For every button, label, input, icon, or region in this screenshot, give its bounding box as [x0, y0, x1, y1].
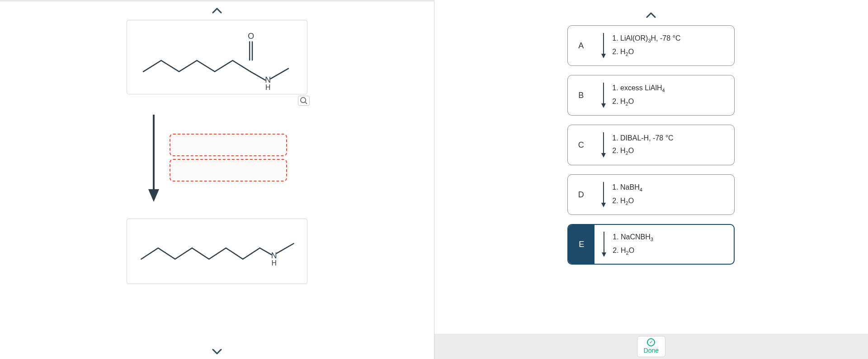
answer-option-D[interactable]: D1. NaBH42. H2O: [567, 174, 735, 215]
done-button[interactable]: ✓ Done: [637, 336, 665, 357]
down-arrow-icon: [601, 231, 607, 258]
option-letter: B: [568, 75, 594, 115]
svg-point-4: [301, 98, 306, 103]
reagent-line-1: 1. LiAl(OR)3H, -78 °C: [612, 34, 680, 43]
product-card: N H: [127, 219, 307, 284]
svg-marker-12: [601, 103, 606, 108]
reagent-text: 1. DIBAL-H, -78 °C2. H2O: [612, 134, 673, 156]
svg-line-5: [305, 102, 307, 104]
check-circle-icon: ✓: [647, 338, 655, 346]
reagent-text: 1. LiAl(OR)3H, -78 °C2. H2O: [612, 34, 680, 57]
reagent-line-1: 1. excess LiAlH4: [612, 84, 665, 93]
svg-marker-16: [601, 203, 606, 207]
atom-label-H-product: H: [271, 259, 276, 267]
reagent-text: 1. NaCNBH32. H2O: [613, 233, 653, 256]
option-content: 1. excess LiAlH42. H2O: [594, 75, 734, 115]
option-content: 1. LiAl(OR)3H, -78 °C2. H2O: [594, 26, 734, 65]
reagent-line-2: 2. H2O: [612, 197, 642, 206]
reagent-line-1: 1. NaBH4: [612, 183, 642, 192]
svg-line-8: [277, 243, 293, 253]
svg-marker-10: [601, 54, 606, 58]
scroll-down-icon[interactable]: [212, 346, 222, 357]
reagent-line-1: 1. DIBAL-H, -78 °C: [612, 134, 673, 142]
reagent-line-2: 2. H2O: [612, 98, 665, 107]
answer-option-B[interactable]: B1. excess LiAlH42. H2O: [567, 75, 735, 116]
atom-label-O: O: [248, 32, 254, 41]
reaction-arrow-icon: [147, 112, 160, 203]
reagent-line-1: 1. NaCNBH3: [613, 233, 653, 242]
option-letter: E: [568, 225, 594, 264]
svg-marker-14: [601, 153, 606, 158]
zoom-icon[interactable]: [298, 96, 310, 106]
reagent-dropzone-2[interactable]: [170, 159, 287, 182]
svg-marker-7: [148, 189, 159, 202]
reagent-dropzone-1[interactable]: [170, 134, 287, 156]
option-letter: A: [568, 26, 594, 65]
down-arrow-icon: [600, 32, 607, 59]
option-content: 1. NaBH42. H2O: [594, 175, 734, 214]
option-content: 1. DIBAL-H, -78 °C2. H2O: [594, 125, 734, 165]
answer-option-A[interactable]: A1. LiAl(OR)3H, -78 °C2. H2O: [567, 25, 735, 66]
down-arrow-icon: [600, 131, 607, 159]
answers-scroll-up-icon[interactable]: [646, 9, 656, 20]
reagent-line-2: 2. H2O: [612, 147, 673, 156]
starting-material-card: O N H: [127, 20, 307, 94]
atom-label-H: H: [265, 84, 270, 91]
reagent-text: 1. NaBH42. H2O: [612, 183, 642, 206]
answers-panel: A1. LiAl(OR)3H, -78 °C2. H2OB1. excess L…: [434, 0, 868, 359]
answer-option-C[interactable]: C1. DIBAL-H, -78 °C2. H2O: [567, 125, 735, 165]
svg-line-3: [270, 69, 288, 79]
down-arrow-icon: [600, 82, 607, 109]
scroll-up-icon[interactable]: [212, 5, 222, 15]
down-arrow-icon: [600, 181, 607, 208]
reagent-line-2: 2. H2O: [612, 48, 680, 57]
question-panel: O N H: [0, 0, 434, 359]
svg-line-2: [250, 72, 265, 80]
reagent-text: 1. excess LiAlH42. H2O: [612, 84, 665, 107]
done-label: Done: [644, 347, 659, 354]
option-letter: D: [568, 175, 594, 214]
bottom-bar: ✓ Done: [434, 334, 868, 359]
reagent-line-2: 2. H2O: [613, 247, 653, 256]
svg-marker-18: [602, 252, 606, 257]
option-letter: C: [568, 125, 594, 165]
option-content: 1. NaCNBH32. H2O: [594, 225, 734, 264]
answer-option-E[interactable]: E1. NaCNBH32. H2O: [567, 224, 735, 265]
